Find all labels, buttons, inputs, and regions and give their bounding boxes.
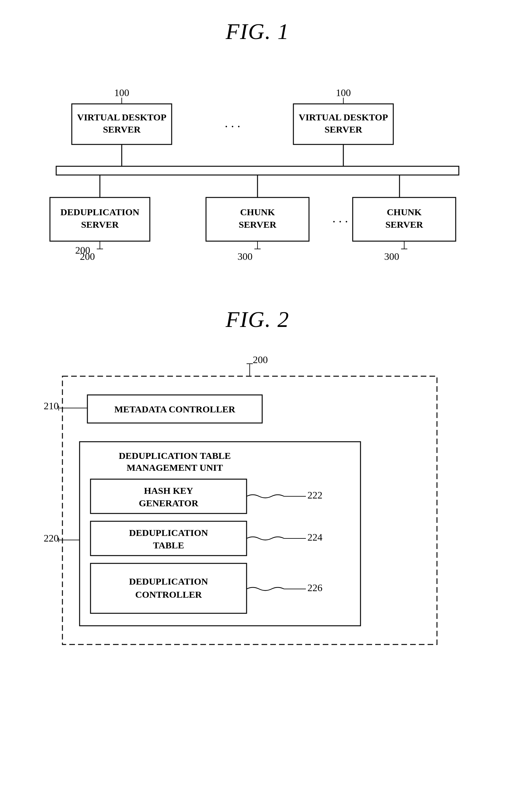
- hash-key-label: 222: [307, 489, 322, 501]
- dedup-table-text2: TABLE: [153, 540, 184, 550]
- hash-key-text2: GENERATOR: [139, 498, 198, 508]
- chunk2-text1: CHUNK: [387, 207, 422, 217]
- fig1-section: FIG. 1 100 100 VIRTUAL DESKTOP SERVER VI…: [25, 19, 490, 282]
- bus: [56, 166, 459, 175]
- dedup-ctrl-box: [90, 563, 247, 613]
- hash-key-box: [90, 479, 247, 514]
- metadata-controller-text: METADATA CONTROLLER: [114, 404, 235, 414]
- page: FIG. 1 100 100 VIRTUAL DESKTOP SERVER VI…: [0, 0, 515, 812]
- dedup-mgmt-text1: DEDUPLICATION TABLE: [118, 451, 231, 461]
- chunk1-label: 300: [238, 251, 252, 262]
- dedup-label-200: 200: [80, 251, 95, 262]
- vds-left-label: 100: [114, 87, 129, 98]
- dedup-table-box: [90, 521, 247, 556]
- outer-label: 200: [253, 354, 268, 365]
- dedup-ctrl-text1: DEDUPLICATION: [129, 576, 208, 586]
- chunk2-text2: SERVER: [385, 219, 423, 230]
- vds-right-text1: VIRTUAL DESKTOP: [299, 112, 388, 122]
- hash-key-text1: HASH KEY: [144, 485, 193, 496]
- chunk2-label: 300: [384, 251, 399, 262]
- chunk1-text1: CHUNK: [240, 207, 275, 217]
- chunk-dots: . . .: [332, 211, 348, 225]
- vds-right-label: 100: [336, 87, 351, 98]
- chunk1-text2: SERVER: [239, 219, 276, 230]
- fig2-section: FIG. 2 200 210 METADATA CONTROLLER DEDUP…: [25, 307, 490, 657]
- vds-left-text2: SERVER: [103, 124, 141, 135]
- meta-label: 210: [44, 400, 59, 411]
- dedup-server-text2: SERVER: [81, 219, 119, 230]
- fig1-title: FIG. 1: [25, 19, 490, 45]
- fig1-diagram: 100 100 VIRTUAL DESKTOP SERVER VIRTUAL D…: [25, 63, 490, 282]
- fig2-title: FIG. 2: [25, 307, 490, 332]
- vds-dots: . . .: [225, 116, 240, 130]
- dedup-mgmt-text2: MANAGEMENT UNIT: [127, 462, 223, 473]
- vds-left-text1: VIRTUAL DESKTOP: [77, 112, 166, 122]
- dedup-ctrl-text2: CONTROLLER: [135, 589, 202, 600]
- dedup-table-text1: DEDUPLICATION: [129, 527, 208, 538]
- dedup-table-label: 224: [307, 531, 322, 543]
- dedup-ctrl-label: 226: [307, 582, 322, 593]
- vds-right-text2: SERVER: [325, 124, 362, 135]
- fig2-diagram: 200 210 METADATA CONTROLLER DEDUPLICATIO…: [25, 351, 490, 657]
- dedup-unit-label: 220: [44, 532, 59, 544]
- dedup-server-text1: DEDUPLICATION: [60, 207, 139, 217]
